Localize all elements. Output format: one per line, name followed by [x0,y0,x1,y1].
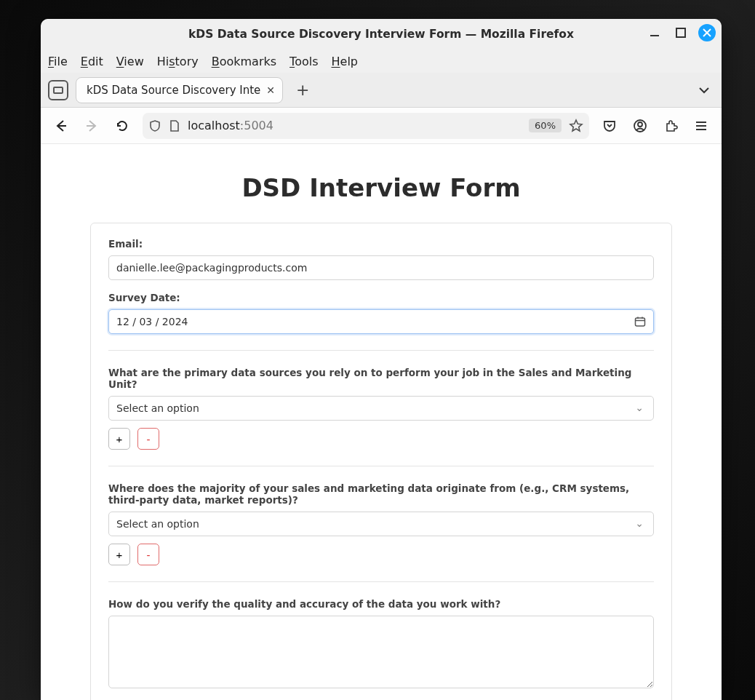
window-close-button[interactable] [698,24,716,41]
minimize-icon [649,27,660,39]
svg-point-8 [638,122,642,127]
close-icon [703,28,711,37]
email-input[interactable] [108,255,654,280]
url-text: localhost:5004 [188,119,273,132]
q3-textarea[interactable] [108,616,654,688]
label-q1: What are the primary data sources you re… [108,367,654,390]
extensions-button[interactable] [660,116,681,136]
q2-add-button[interactable]: + [108,544,130,565]
field-date: Survey Date: 12 / 03 / 2024 [108,292,654,334]
bookmark-star-icon[interactable] [569,119,583,133]
reload-button[interactable] [112,116,132,136]
window-icon [53,87,63,94]
q2-pm-row: + - [108,544,654,565]
label-email: Email: [108,238,654,250]
window-title: kDS Data Source Discovery Interview Form… [41,28,722,41]
arrow-right-icon [84,119,99,133]
q1-remove-button[interactable]: - [137,428,159,450]
survey-date-input[interactable]: 12 / 03 / 2024 [108,309,654,334]
window-maximize-button[interactable] [672,24,690,41]
url-port: :5004 [240,119,273,132]
menu-edit[interactable]: Edit [81,55,103,68]
form-heading: DSD Interview Form [90,173,672,202]
date-value: 12 / 03 / 2024 [116,316,188,327]
page-icon [169,119,180,132]
arrow-left-icon [54,119,68,133]
field-email: Email: [108,238,654,280]
extensions-icon [663,119,678,133]
browser-tab[interactable]: kDS Data Source Discovery Inte ✕ [76,77,283,103]
field-q1: What are the primary data sources you re… [108,367,654,450]
zoom-level-badge[interactable]: 60% [529,119,562,132]
label-q2: Where does the majority of your sales an… [108,482,654,506]
app-menu-button[interactable] [691,116,711,136]
q1-pm-row: + - [108,428,654,450]
url-host: localhost [188,119,240,132]
menubar: File Edit View History Bookmarks Tools H… [41,49,722,73]
reload-icon [115,119,129,133]
account-button[interactable] [630,116,650,136]
hamburger-icon [695,119,708,132]
menu-view[interactable]: View [116,55,144,68]
list-tabs-button[interactable] [698,84,714,96]
label-q3: How do you verify the quality and accura… [108,598,654,610]
maximize-icon [676,28,686,38]
nav-toolbar: localhost:5004 60% [41,108,722,144]
menu-bookmarks[interactable]: Bookmarks [212,55,276,68]
tab-title: kDS Data Source Discovery Inte [87,84,260,97]
account-icon [633,119,647,133]
menu-file[interactable]: File [48,55,68,68]
new-tab-button[interactable]: + [290,81,315,99]
q1-add-button[interactable]: + [108,428,130,450]
label-date: Survey Date: [108,292,654,303]
pocket-button[interactable] [599,116,620,136]
divider [108,581,654,582]
q2-remove-button[interactable]: - [137,544,159,565]
page-viewport[interactable]: DSD Interview Form Email: Survey Date: 1… [41,144,722,700]
divider [108,350,654,351]
window-minimize-button[interactable] [646,24,663,41]
menu-tools[interactable]: Tools [289,55,318,68]
page-body: DSD Interview Form Email: Survey Date: 1… [83,144,679,700]
shield-icon [148,119,161,132]
forward-button[interactable] [81,116,102,136]
pocket-icon [602,119,617,133]
q2-select[interactable]: Select an option [108,512,654,536]
window-controls [646,24,716,41]
menu-history[interactable]: History [157,55,199,68]
svg-rect-12 [636,318,645,326]
field-q3: How do you verify the quality and accura… [108,598,654,691]
menu-help[interactable]: Help [332,55,358,68]
firefox-window: kDS Data Source Discovery Interview Form… [41,19,722,700]
back-button[interactable] [51,116,71,136]
tab-strip: kDS Data Source Discovery Inte ✕ + [41,73,722,108]
tab-close-button[interactable]: ✕ [266,84,275,96]
form-card: Email: Survey Date: 12 / 03 / 2024 What … [90,223,672,700]
window-titlebar: kDS Data Source Discovery Interview Form… [41,19,722,49]
chevron-down-icon [698,84,710,96]
field-q2: Where does the majority of your sales an… [108,482,654,565]
q1-select[interactable]: Select an option [108,396,654,421]
divider [108,466,654,466]
svg-rect-1 [676,28,685,37]
svg-marker-6 [570,120,582,131]
url-bar[interactable]: localhost:5004 60% [143,113,589,139]
recent-browsing-button[interactable] [48,80,68,100]
calendar-icon [634,316,646,327]
